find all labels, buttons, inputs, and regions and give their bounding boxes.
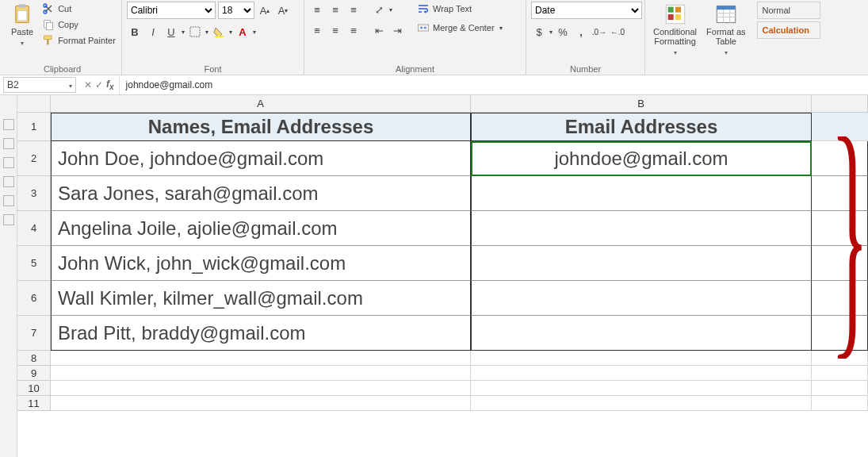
svg-rect-10: [215, 36, 224, 37]
accounting-button[interactable]: $: [531, 24, 547, 40]
group-number: Date $▾ % , .0→ ←.0 Number: [526, 0, 645, 75]
font-size-select[interactable]: 18: [218, 2, 254, 19]
italic-button[interactable]: I: [145, 24, 161, 40]
cell-A2[interactable]: John Doe, johndoe@gmail.com: [51, 141, 471, 176]
format-as-table-button[interactable]: Format as Table: [703, 2, 749, 59]
row-header[interactable]: 9: [17, 366, 51, 381]
cell-A5[interactable]: John Wick, john_wick@gmail.com: [51, 246, 471, 281]
group-font: Calibri 18 A▴ A▾ B I U▾ ▾ ▾ A▾ Font: [122, 0, 304, 75]
cell-A3[interactable]: Sara Jones, sarah@gmail.com: [51, 176, 471, 211]
side-icon[interactable]: [3, 214, 14, 225]
cell-A4[interactable]: Angelina Joile, ajolie@gmail.com: [51, 211, 471, 246]
cell-A11[interactable]: [51, 396, 471, 411]
wrap-icon: [417, 2, 430, 15]
copy-button[interactable]: Copy: [40, 17, 118, 32]
row-header[interactable]: 2: [17, 141, 51, 176]
cut-button[interactable]: Cut: [40, 2, 118, 16]
insert-function-button[interactable]: fx: [106, 79, 114, 91]
cell-B6[interactable]: [471, 281, 812, 316]
cell-B5[interactable]: [471, 246, 812, 281]
cell-B2[interactable]: johndoe@gmail.com: [471, 141, 812, 176]
decrease-font-button[interactable]: A▾: [275, 2, 291, 18]
group-clipboard: Paste Cut Copy Format Painter Clipboard: [3, 0, 122, 75]
row-header[interactable]: 8: [17, 351, 51, 366]
decrease-decimal-button[interactable]: ←.0: [610, 24, 625, 40]
col-header-C[interactable]: [812, 95, 868, 113]
style-normal[interactable]: Normal: [757, 2, 820, 19]
copy-icon: [42, 18, 55, 31]
col-header-B[interactable]: B: [471, 95, 812, 113]
spreadsheet-grid[interactable]: A B 1234567891011 Names, Email Addresses…: [17, 95, 868, 457]
cell-B4[interactable]: [471, 211, 812, 246]
cell-B11[interactable]: [471, 396, 812, 411]
percent-button[interactable]: %: [555, 24, 571, 40]
increase-indent-button[interactable]: ⇥: [389, 22, 405, 38]
row-header[interactable]: 10: [17, 381, 51, 396]
format-painter-button[interactable]: Format Painter: [40, 33, 118, 48]
scissors-icon: [42, 2, 55, 15]
fill-color-button[interactable]: [211, 24, 227, 40]
bold-button[interactable]: B: [127, 24, 143, 40]
side-panel: [0, 95, 17, 457]
merge-icon: [417, 21, 430, 34]
paintbrush-icon: [42, 34, 55, 47]
align-bottom-button[interactable]: ≡: [346, 2, 361, 17]
svg-rect-2: [17, 10, 27, 21]
cell-B7[interactable]: [471, 316, 812, 351]
cell-A9[interactable]: [51, 366, 471, 381]
increase-font-button[interactable]: A▴: [257, 2, 273, 18]
row-header[interactable]: 3: [17, 176, 51, 211]
side-icon[interactable]: [3, 176, 14, 187]
font-name-select[interactable]: Calibri: [127, 2, 216, 19]
comma-button[interactable]: ,: [573, 24, 589, 40]
side-icon[interactable]: [3, 157, 14, 168]
row-header[interactable]: 7: [17, 316, 51, 351]
orientation-button[interactable]: ⤢: [371, 2, 387, 17]
decrease-indent-button[interactable]: ⇤: [371, 22, 387, 38]
side-icon[interactable]: [3, 195, 14, 206]
cell-B8[interactable]: [471, 351, 812, 366]
cell-A10[interactable]: [51, 381, 471, 396]
paste-button[interactable]: Paste: [8, 2, 36, 49]
cell-A8[interactable]: [51, 351, 471, 366]
align-center-button[interactable]: ≡: [327, 22, 343, 38]
wrap-text-button[interactable]: Wrap Text: [415, 2, 505, 16]
cell-A1[interactable]: Names, Email Addresses: [51, 113, 471, 141]
cell-B9[interactable]: [471, 366, 812, 381]
cell-B10[interactable]: [471, 381, 812, 396]
row-header[interactable]: 1: [17, 113, 51, 141]
borders-button[interactable]: [187, 24, 203, 40]
svg-rect-7: [44, 36, 52, 40]
side-icon[interactable]: [3, 119, 14, 130]
cell-A7[interactable]: Brad Pitt, braddy@gmail.com: [51, 316, 471, 351]
row-header[interactable]: 4: [17, 211, 51, 246]
align-left-button[interactable]: ≡: [309, 22, 325, 38]
svg-rect-18: [717, 6, 735, 10]
align-top-button[interactable]: ≡: [309, 2, 325, 17]
name-box[interactable]: B2: [3, 77, 76, 93]
align-middle-button[interactable]: ≡: [327, 2, 343, 17]
svg-rect-15: [667, 14, 673, 20]
cancel-formula-button[interactable]: ✕: [84, 79, 92, 90]
number-format-select[interactable]: Date: [531, 2, 642, 19]
col-header-A[interactable]: A: [51, 95, 471, 113]
font-color-button[interactable]: A: [235, 24, 250, 40]
select-all-corner[interactable]: [17, 95, 51, 113]
style-calculation[interactable]: Calculation: [757, 21, 820, 39]
increase-decimal-button[interactable]: .0→: [591, 24, 607, 40]
underline-button[interactable]: U: [163, 24, 179, 40]
row-header[interactable]: 11: [17, 396, 51, 411]
cell-B3[interactable]: [471, 176, 812, 211]
cell-B1[interactable]: Email Addresses: [471, 113, 812, 141]
accept-formula-button[interactable]: ✓: [95, 79, 103, 90]
align-right-button[interactable]: ≡: [346, 22, 361, 38]
merge-center-button[interactable]: Merge & Center▾: [415, 21, 505, 35]
cell-A6[interactable]: Wall Kimler, kilmer_wall@gmail.com: [51, 281, 471, 316]
formula-input[interactable]: johndoe@gmail.com: [120, 79, 868, 90]
row-header[interactable]: 5: [17, 246, 51, 281]
row-header[interactable]: 6: [17, 281, 51, 316]
svg-rect-8: [47, 40, 49, 45]
side-icon[interactable]: [3, 138, 14, 149]
conditional-formatting-button[interactable]: Conditional Formatting: [650, 2, 700, 59]
svg-rect-1: [18, 4, 25, 8]
